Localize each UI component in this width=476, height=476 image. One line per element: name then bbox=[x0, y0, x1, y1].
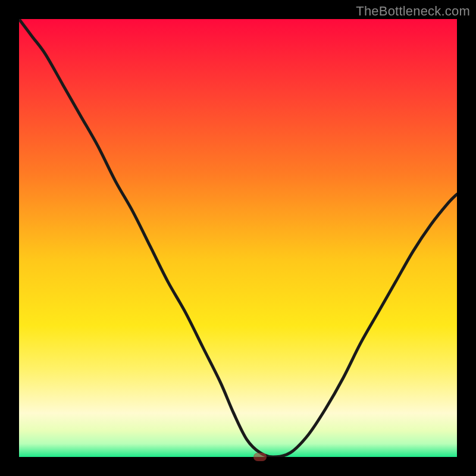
watermark-label: TheBottleneck.com bbox=[356, 4, 470, 19]
optimal-marker bbox=[253, 453, 267, 461]
chart-frame: TheBottleneck.com bbox=[0, 0, 476, 476]
bottleneck-curve bbox=[19, 19, 457, 457]
plot-area bbox=[19, 19, 457, 457]
